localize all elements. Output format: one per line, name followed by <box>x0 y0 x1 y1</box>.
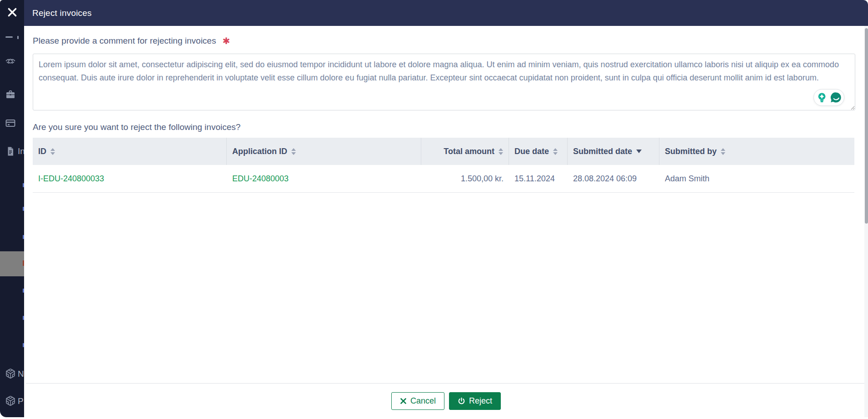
footer-divider <box>26 383 866 384</box>
table-header-row: ID Application ID Total amount Due date … <box>33 138 854 165</box>
column-label: Submitted by <box>665 147 717 156</box>
sidebar-item-label[interactable]: N <box>18 369 24 379</box>
scrollbar-thumb[interactable] <box>865 28 868 224</box>
package-icon[interactable] <box>5 368 16 379</box>
sort-icon <box>291 148 296 155</box>
submitted-by-cell: Adam Smith <box>659 174 854 184</box>
cancel-button-label: Cancel <box>410 396 436 406</box>
sidebar-label-fragment <box>23 343 24 347</box>
column-header-application-id[interactable]: Application ID <box>227 138 421 165</box>
column-header-id[interactable]: ID <box>33 138 227 165</box>
column-label: Due date <box>514 147 549 156</box>
comment-label-row: Please provide a comment for rejecting i… <box>33 35 230 46</box>
modal-title: Reject invoices <box>24 8 92 18</box>
cancel-button[interactable]: Cancel <box>391 392 444 410</box>
total-amount-cell: 1.500,00 kr. <box>421 174 509 184</box>
column-header-submitted-by[interactable]: Submitted by <box>659 138 854 165</box>
sort-icon <box>553 148 558 155</box>
sidebar-item-label[interactable]: P <box>18 396 24 406</box>
column-header-total-amount[interactable]: Total amount <box>421 138 509 165</box>
sidebar-label-fragment <box>23 316 24 320</box>
sort-icon <box>50 148 55 155</box>
sidebar-label-fragment <box>23 207 24 211</box>
chat-bubble-icon[interactable] <box>829 91 843 104</box>
comment-textarea[interactable]: Lorem ipsum dolor sit amet, consectetur … <box>33 54 855 110</box>
sidebar-label-fragment <box>17 36 19 39</box>
invoice-id-link[interactable]: I-EDU-240800033 <box>38 174 104 183</box>
sort-desc-icon <box>636 150 642 153</box>
column-header-due-date[interactable]: Due date <box>509 138 568 165</box>
cancel-x-icon <box>400 398 407 404</box>
close-icon <box>6 6 18 18</box>
required-asterisk-icon: ✱ <box>222 36 230 46</box>
confirm-question: Are you sure you want to reject the foll… <box>33 122 240 132</box>
comment-label: Please provide a comment for rejecting i… <box>33 36 216 45</box>
column-label: ID <box>38 147 46 156</box>
comment-textarea-wrap: Lorem ipsum dolor sit amet, consectetur … <box>33 54 855 110</box>
dash-icon[interactable] <box>5 36 13 38</box>
credit-card-icon[interactable] <box>5 118 16 129</box>
application-id-link[interactable]: EDU-24080003 <box>232 174 289 183</box>
sidebar-label-fragment <box>23 235 24 239</box>
invoices-table: ID Application ID Total amount Due date … <box>33 138 854 193</box>
power-icon <box>458 397 465 405</box>
table-row: I-EDU-240800033 EDU-24080003 1.500,00 kr… <box>33 165 854 193</box>
sidebar-selected-item[interactable] <box>0 251 24 276</box>
sidebar-label-fragment <box>23 260 24 266</box>
column-header-submitted-date[interactable]: Submitted date <box>568 138 659 165</box>
sort-icon <box>499 148 503 155</box>
reject-button[interactable]: Reject <box>449 392 501 410</box>
package-icon[interactable] <box>5 395 16 406</box>
reject-button-label: Reject <box>469 396 492 406</box>
briefcase-icon[interactable] <box>5 89 16 100</box>
sidebar: In N P <box>0 0 24 417</box>
footer-buttons: Cancel Reject <box>24 392 868 410</box>
document-icon[interactable] <box>5 146 16 157</box>
column-label: Submitted date <box>573 147 632 156</box>
sidebar-item-label[interactable]: In <box>18 146 24 156</box>
sort-icon <box>721 148 725 155</box>
column-label: Application ID <box>232 147 287 156</box>
app-window: In N P Reject <box>0 0 868 419</box>
assistant-widget[interactable] <box>813 89 844 106</box>
lightbulb-icon[interactable] <box>816 91 828 104</box>
close-modal-button[interactable] <box>5 5 20 20</box>
column-label: Total amount <box>444 147 494 156</box>
modal-body: Please provide a comment for rejecting i… <box>24 26 868 419</box>
modal-header: Reject invoices <box>24 0 868 26</box>
handshake-icon[interactable] <box>5 56 16 67</box>
due-date-cell: 15.11.2024 <box>509 174 568 184</box>
sidebar-label-fragment <box>23 183 24 187</box>
submitted-date-cell: 28.08.2024 06:09 <box>568 174 659 184</box>
sidebar-label-fragment <box>23 289 24 293</box>
